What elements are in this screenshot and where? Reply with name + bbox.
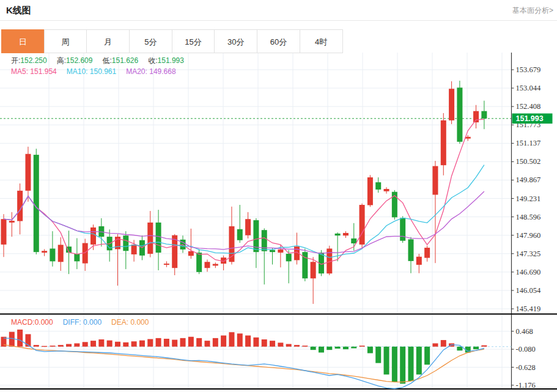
candle-body [42,251,47,253]
macd-bar [74,343,79,346]
kline-app: 153.679153.044152.408151.773151.137150.5… [0,0,557,392]
macd-bar [326,347,332,350]
price-axis-label: -1.176 [516,381,536,390]
tab-day[interactable]: 日 [1,29,45,53]
macd-bar [188,337,194,347]
tab-60min[interactable]: 60分 [257,29,300,53]
price-axis-label: -0.628 [516,363,536,372]
macd-bar [392,347,397,382]
macd-bar [213,338,218,347]
low-value: 151.626 [112,56,138,65]
candle-body [90,227,96,245]
candle-body [205,262,210,268]
macd-bar [343,347,349,349]
macd-bar [360,346,365,347]
macd-bar [400,347,405,384]
ma20-value: 149.668 [149,67,175,76]
macd-bar [90,341,96,347]
macd-bar [432,343,438,346]
candle-body [400,218,405,240]
candle-body [441,120,446,165]
candle-body [449,89,454,120]
price-axis-label: 153.044 [516,84,541,92]
candle-body [147,223,153,254]
macd-bar [156,338,161,347]
tab-30min[interactable]: 30分 [214,29,257,53]
open-value: 152.250 [20,56,46,65]
price-axis-label: -0.080 [516,345,536,353]
current-price-badge-text: 151.993 [516,114,544,123]
candle-body [17,191,23,221]
candle-body [213,264,218,266]
macd-bar [34,345,39,347]
macd-bar [147,339,153,346]
high-label: 高: [57,56,66,65]
tab-15min[interactable]: 15分 [172,29,215,53]
tab-week[interactable]: 周 [44,29,87,53]
macd-bar [302,346,308,347]
candle-body [351,239,356,243]
macd-bar [66,344,72,347]
close-label: 收: [148,56,157,65]
macd-bar [221,336,226,347]
price-axis-label: 147.325 [516,250,541,258]
diff-label: DIFF: [63,318,81,327]
interval-tab-bar: 日 周 月 5分 15分 30分 60分 4时 [1,29,343,53]
macd-bar [424,347,430,365]
candle-body [360,205,365,245]
macd-bar [58,345,64,347]
candle-body [245,219,251,235]
candle-body [156,223,161,253]
macd-bar [196,338,202,347]
macd-bar [131,341,137,347]
macd-bar [253,338,259,347]
candle-body [465,137,471,139]
candle-body [9,221,15,223]
macd-label: MACD: [11,318,35,327]
price-axis-label: 146.690 [516,268,541,276]
candle-body [164,264,169,265]
candle-body [196,253,202,272]
tab-4hour[interactable]: 4时 [300,29,343,53]
candle-body [424,248,430,258]
tab-5min[interactable]: 5分 [129,29,172,53]
close-value: 151.993 [158,56,184,65]
macd-bar [351,347,356,349]
candle-body [481,111,487,119]
candle-body [237,229,243,240]
fundamental-analysis-link[interactable]: 基本面分析> [512,6,553,16]
macd-bar [9,332,15,347]
macd-bar [481,346,487,347]
price-axis-label: 145.419 [516,305,541,313]
candle-body [416,257,422,265]
candle-body [335,234,341,235]
candle-body [408,239,414,261]
macd-bar [286,344,292,347]
tab-month[interactable]: 月 [86,29,130,53]
macd-bar [270,341,275,347]
candle-body [432,166,438,195]
macd-bar [180,338,186,347]
macd-bar [164,339,169,347]
candle-body [188,251,194,256]
candle-body [343,233,349,235]
macd-bar [123,342,128,347]
candle-body [50,248,55,261]
macd-bar [408,347,414,381]
macd-bar [98,339,104,347]
ma10-value: 150.961 [90,67,116,76]
candle-body [286,254,292,261]
ohlc-legend: 开:152.250高:152.609低:151.626收:151.993 [11,56,184,66]
title-divider [0,20,557,21]
macd-bar [375,347,381,363]
open-label: 开: [11,56,20,65]
dea-value: 0.000 [130,318,149,327]
price-axis-label: 149.867 [516,176,541,184]
macd-bar [83,342,88,347]
candle-body [25,154,31,191]
macd-bar [416,347,422,375]
candle-body [270,250,275,252]
price-axis-label: 0.468 [516,327,533,336]
macd-bar [294,345,300,347]
macd-bar [319,347,324,353]
